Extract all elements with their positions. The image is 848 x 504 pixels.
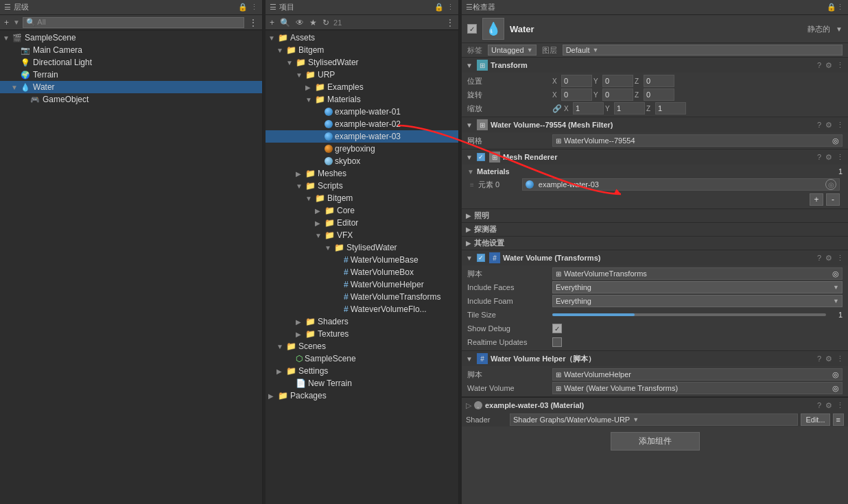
realtime-updates-checkbox[interactable] [552,337,562,347]
wvh-help-icon[interactable]: ? [817,355,821,363]
project-item-wvbase[interactable]: # WaterVolumeBase [266,254,458,266]
shader-value[interactable]: Shader Graphs/WaterVolume-URP ▼ [510,413,798,426]
material-menu-icon[interactable]: ⋮ [836,401,844,410]
element-0-value[interactable]: example-water-03 ◎ [522,178,840,191]
project-item-wvhelper[interactable]: # WaterVolumeHelper [266,278,458,291]
static-dropdown-arrow[interactable]: ▼ [836,25,843,33]
project-item-samplescene[interactable]: ⬡ SampleScene [266,352,458,365]
rot-x-input[interactable]: 0 [561,88,592,101]
probe-section[interactable]: ▶ 探测器 [462,223,848,237]
element-0-target-icon[interactable]: ◎ [825,179,836,190]
hierarchy-item-directional-light[interactable]: 💡 Directional Light [0,56,262,69]
shader-list-btn[interactable]: ≡ [833,413,844,426]
mesh-filter-header[interactable]: ▼ ⊞ Water Volume--79554 (Mesh Filter) ? … [462,117,848,132]
scale-x-input[interactable]: 1 [573,102,604,115]
hierarchy-item-terrain[interactable]: 🌍 Terrain [0,69,262,81]
project-item-textures[interactable]: ▶ 📁 Textures [266,328,458,340]
wvh-header[interactable]: ▼ # Water Volume Helper（脚本） ? ⚙ ⋮ [462,351,848,366]
project-menu-btn[interactable]: ⋮ [445,17,456,28]
mesh-filter-settings-icon[interactable]: ⚙ [825,121,832,130]
rot-z-input[interactable]: 0 [644,88,674,101]
wvt-script-value[interactable]: ⊞ WaterVolumeTransforms ◎ [552,267,843,280]
shader-edit-btn[interactable]: Edit... [801,413,829,426]
material-collapse-btn[interactable]: ▷ [466,401,471,410]
wvt-menu-icon[interactable]: ⋮ [836,254,844,263]
wvt-header[interactable]: ▼ ✓ # Water Volume (Transforms) ? ⚙ ⋮ [462,250,848,265]
project-item-assets[interactable]: ▼ 📁 Assets [266,32,458,44]
project-item-scenes[interactable]: ▼ 📁 Scenes [266,340,458,352]
hierarchy-search-input[interactable]: 🔍 All [23,17,244,28]
pos-y-input[interactable]: 0 [602,75,633,87]
project-item-core[interactable]: ▶ 📁 Core [266,204,458,217]
project-item-greyboxing[interactable]: greyboxing [266,143,458,155]
hierarchy-filter-btn[interactable]: ⋮ [247,16,259,29]
mesh-renderer-menu-icon[interactable]: ⋮ [836,153,844,162]
transform-menu-icon[interactable]: ⋮ [836,61,844,70]
project-item-water03[interactable]: example-water-03 [266,130,458,143]
project-refresh-btn[interactable]: ↻ [321,17,331,28]
mesh-renderer-enabled-checkbox[interactable]: ✓ [477,153,485,161]
project-item-new-terrain[interactable]: 📄 New Terrain [266,377,458,389]
wvh-script-target[interactable]: ◎ [832,370,839,379]
wvt-help-icon[interactable]: ? [817,254,821,263]
wvh-wv-value[interactable]: ⊞ Water (Water Volume Transforms) ◎ [552,382,843,394]
hierarchy-item-main-camera[interactable]: 📷 Main Camera [0,44,262,56]
hierarchy-item-gameobject[interactable]: 🎮 GameObject [0,93,262,106]
wvt-enabled-checkbox[interactable]: ✓ [477,254,485,262]
project-item-editor[interactable]: ▶ 📁 Editor [266,217,458,229]
hierarchy-scene-root[interactable]: ▼ 🎬 SampleScene [0,32,262,44]
project-item-scripts[interactable]: ▼ 📁 Scripts [266,180,458,192]
wvh-settings-icon[interactable]: ⚙ [825,355,832,363]
project-item-materials[interactable]: ▼ 📁 Materials [266,93,458,106]
add-component-btn[interactable]: 添加组件 [611,432,700,451]
object-active-checkbox[interactable]: ✓ [467,24,477,34]
project-item-scripts-bitgem[interactable]: ▼ 📁 Bitgem [266,192,458,204]
transform-header[interactable]: ▼ ⊞ Transform ? ⚙ ⋮ [462,58,848,73]
wvt-settings-icon[interactable]: ⚙ [825,254,832,263]
hierarchy-add-btn[interactable]: + [3,17,10,28]
wvh-wv-target[interactable]: ◎ [832,384,839,393]
project-item-examples[interactable]: ▶ 📁 Examples [266,81,458,93]
material-help-icon[interactable]: ? [817,401,821,410]
include-faces-dropdown[interactable]: Everything ▼ [552,281,843,293]
project-item-vfx-stylisedwater[interactable]: ▼ 📁 StylisedWater [266,241,458,254]
project-add-btn[interactable]: + [268,17,276,28]
project-search-btn[interactable]: 🔍 [279,17,292,28]
lighting-section[interactable]: ▶ 照明 [462,209,848,223]
project-item-urp[interactable]: ▼ 📁 URP [266,69,458,81]
tile-size-slider[interactable]: 1 [552,311,843,319]
show-debug-checkbox[interactable]: ✓ [552,324,562,333]
wvh-menu-icon[interactable]: ⋮ [836,355,844,363]
tag-dropdown[interactable]: Untagged ▼ [488,45,537,56]
mesh-filter-help-icon[interactable]: ? [817,121,821,130]
project-item-shaders[interactable]: ▶ 📁 Shaders [266,315,458,328]
transform-help-icon[interactable]: ? [817,61,821,70]
mesh-renderer-header[interactable]: ▼ ✓ ⊞ Mesh Renderer ? ⚙ ⋮ [462,149,848,165]
mesh-filter-menu-icon[interactable]: ⋮ [836,121,844,130]
mesh-target-icon[interactable]: ◎ [832,136,839,145]
project-item-vfx[interactable]: ▼ 📁 VFX [266,229,458,241]
mesh-renderer-help-icon[interactable]: ? [817,153,821,162]
project-item-packages[interactable]: ▶ 📁 Packages [266,389,458,402]
material-remove-btn[interactable]: - [826,193,840,206]
project-item-water02[interactable]: example-water-02 [266,118,458,130]
mesh-renderer-settings-icon[interactable]: ⚙ [825,153,832,162]
transform-settings-icon[interactable]: ⚙ [825,61,832,70]
project-star-btn[interactable]: ★ [308,17,318,28]
project-item-wvtransforms[interactable]: # WaterVolumeTransforms [266,291,458,303]
material-settings-icon[interactable]: ⚙ [825,401,832,410]
layer-dropdown[interactable]: Default ▼ [563,45,843,56]
rot-y-input[interactable]: 0 [602,88,633,101]
material-add-btn[interactable]: + [810,193,823,206]
hierarchy-item-water[interactable]: ▼ 💧 Water [0,81,262,93]
mesh-value[interactable]: ⊞ WaterVolume--79554 ◎ [552,134,843,147]
scale-z-input[interactable]: 1 [655,102,686,115]
project-item-stylisedwater[interactable]: ▼ 📁 StylisedWater [266,56,458,69]
project-item-meshes[interactable]: ▶ 📁 Meshes [266,167,458,180]
scale-y-input[interactable]: 1 [614,102,645,115]
wvt-script-target[interactable]: ◎ [832,269,839,278]
pos-z-input[interactable]: 0 [644,75,674,87]
project-eye-btn[interactable]: 👁 [294,17,305,28]
project-item-wvbox[interactable]: # WaterVolumeBox [266,266,458,278]
project-item-water01[interactable]: example-water-01 [266,106,458,118]
